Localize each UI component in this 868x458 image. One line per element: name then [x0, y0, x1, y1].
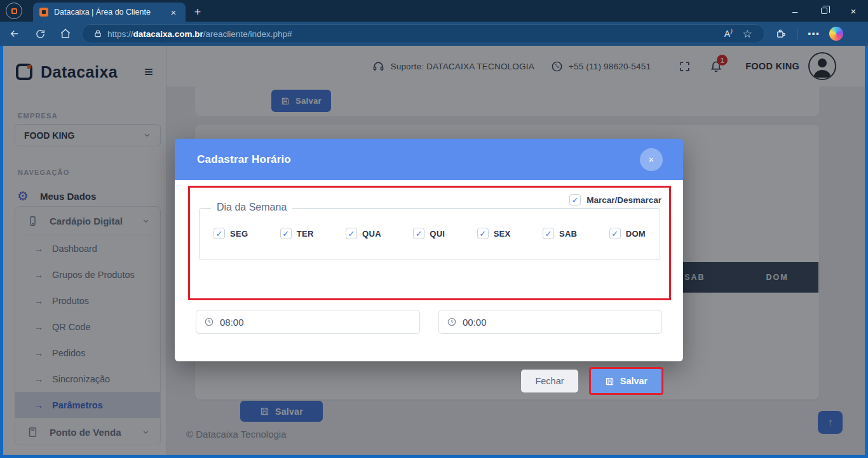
toggle-all-label: Marcar/Desmarcar	[587, 195, 661, 205]
opening-time-value: 08:00	[220, 317, 244, 328]
annotation-red-box-save: Salvar	[589, 367, 663, 395]
refresh-button[interactable]	[29, 24, 51, 43]
browser-profile-icon[interactable]	[6, 3, 22, 19]
modal-body: Marcar/Desmarcar Dia da Semana SEG TER	[175, 180, 683, 361]
toggle-all-checkbox[interactable]: Marcar/Desmarcar	[569, 194, 661, 205]
copilot-icon[interactable]	[829, 27, 843, 41]
days-checkbox-row: SEG TER QUA	[200, 209, 660, 239]
window-controls: – ×	[780, 0, 868, 22]
address-bar[interactable]: https://datacaixa.com.br/areacliente/ind…	[81, 24, 765, 43]
favorites-star-icon[interactable]	[738, 25, 757, 42]
salvar-label: Salvar	[620, 376, 648, 386]
minimize-button[interactable]: –	[780, 0, 810, 22]
floppy-icon	[605, 377, 614, 386]
read-aloud-button[interactable]: A)	[719, 25, 738, 42]
back-button[interactable]	[4, 24, 25, 43]
datacaixa-mini-logo-icon	[11, 8, 17, 14]
toolbar-extras	[771, 25, 843, 42]
checkbox-ter[interactable]: TER	[280, 228, 314, 239]
checkbox-dom[interactable]: DOM	[609, 228, 646, 239]
url-text[interactable]: https://datacaixa.com.br/areacliente/ind…	[107, 29, 719, 39]
refresh-icon	[35, 29, 46, 39]
new-tab-button[interactable]: +	[191, 5, 205, 19]
web-content: Datacaixa EMPRESA FOOD KING NAVEGAÇÃO Me…	[0, 46, 868, 458]
modal-title: Cadastrar Horário	[197, 153, 291, 166]
close-icon	[649, 154, 654, 165]
day-label: SEX	[494, 229, 511, 239]
checkbox-checked-icon[interactable]	[569, 194, 581, 205]
restore-icon	[821, 8, 827, 14]
checkbox-checked-icon[interactable]	[280, 228, 292, 239]
close-window-button[interactable]: ×	[839, 0, 868, 22]
clock-icon	[447, 317, 457, 327]
browser-window: Datacaixa | Área do Cliente + – × https:…	[0, 0, 868, 458]
day-label: SAB	[559, 229, 577, 239]
salvar-button[interactable]: Salvar	[591, 369, 661, 393]
checkbox-checked-icon[interactable]	[214, 228, 225, 239]
closing-time-input[interactable]: 00:00	[438, 310, 662, 334]
url-prefix: https://	[107, 29, 133, 39]
clock-icon	[204, 317, 214, 327]
modal-header: Cadastrar Horário	[175, 139, 683, 180]
fechar-button[interactable]: Fechar	[521, 370, 578, 392]
settings-menu-button[interactable]	[804, 25, 823, 42]
cadastrar-horario-modal: Cadastrar Horário Marcar/Desmarcar Dia d…	[175, 139, 683, 361]
checkbox-seg[interactable]: SEG	[214, 228, 248, 239]
browser-tab[interactable]: Datacaixa | Área do Cliente	[33, 3, 186, 22]
day-label: SEG	[230, 229, 248, 239]
browser-titlebar: Datacaixa | Área do Cliente + – ×	[0, 0, 868, 22]
lock-icon[interactable]	[93, 29, 102, 38]
opening-time-input[interactable]: 08:00	[196, 310, 420, 334]
toolbar-divider	[797, 28, 797, 39]
checkbox-sab[interactable]: SAB	[543, 228, 577, 239]
closing-time-value: 00:00	[463, 317, 487, 328]
checkbox-checked-icon[interactable]	[609, 228, 621, 239]
annotation-red-box: Marcar/Desmarcar Dia da Semana SEG TER	[188, 186, 671, 300]
restore-button[interactable]	[810, 0, 839, 22]
checkbox-checked-icon[interactable]	[413, 228, 424, 239]
checkbox-checked-icon[interactable]	[477, 228, 489, 239]
checkbox-checked-icon[interactable]	[346, 228, 357, 239]
back-icon	[9, 28, 20, 39]
url-domain: datacaixa.com.br	[133, 29, 203, 39]
home-button[interactable]	[55, 24, 76, 43]
checkbox-checked-icon[interactable]	[543, 228, 554, 239]
extensions-icon[interactable]	[771, 25, 790, 42]
home-icon	[60, 28, 71, 39]
checkbox-qui[interactable]: QUI	[413, 228, 445, 239]
day-label: QUA	[362, 229, 381, 239]
modal-close-button[interactable]	[640, 148, 663, 171]
tab-close-icon[interactable]	[168, 6, 179, 18]
tab-favicon-icon	[39, 8, 48, 17]
day-label: TER	[297, 229, 314, 239]
url-path: /areacliente/index.php#	[203, 29, 292, 39]
day-label: DOM	[626, 229, 646, 239]
dia-da-semana-fieldset: Dia da Semana SEG TER	[199, 208, 660, 260]
browser-toolbar: https://datacaixa.com.br/areacliente/ind…	[0, 22, 868, 46]
day-label: QUI	[430, 229, 445, 239]
checkbox-qua[interactable]: QUA	[346, 228, 381, 239]
tab-title: Datacaixa | Área do Cliente	[54, 8, 168, 17]
fieldset-legend: Dia da Semana	[211, 202, 292, 213]
checkbox-sex[interactable]: SEX	[477, 228, 511, 239]
